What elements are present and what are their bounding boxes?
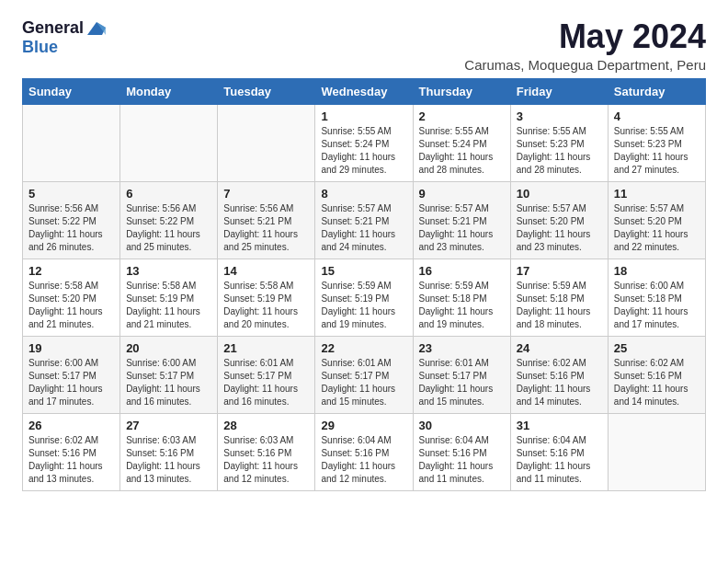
day-number: 11	[614, 187, 700, 201]
day-info: Sunrise: 5:58 AMSunset: 5:20 PMDaylight:…	[28, 280, 114, 331]
day-number: 7	[223, 187, 309, 201]
calendar-cell: 31Sunrise: 6:04 AMSunset: 5:16 PMDayligh…	[510, 413, 608, 490]
weekday-header-thursday: Thursday	[413, 78, 510, 104]
calendar-cell: 3Sunrise: 5:55 AMSunset: 5:23 PMDaylight…	[510, 104, 608, 181]
day-info: Sunrise: 6:01 AMSunset: 5:17 PMDaylight:…	[223, 357, 309, 408]
calendar-cell: 29Sunrise: 6:04 AMSunset: 5:16 PMDayligh…	[315, 413, 413, 490]
day-info: Sunrise: 5:55 AMSunset: 5:24 PMDaylight:…	[419, 125, 505, 177]
calendar-cell: 20Sunrise: 6:00 AMSunset: 5:17 PMDayligh…	[120, 336, 218, 413]
day-number: 12	[28, 264, 114, 278]
day-info: Sunrise: 6:03 AMSunset: 5:16 PMDaylight:…	[223, 434, 309, 486]
calendar-cell: 22Sunrise: 6:01 AMSunset: 5:17 PMDayligh…	[315, 336, 413, 413]
calendar-cell: 7Sunrise: 5:56 AMSunset: 5:21 PMDaylight…	[218, 181, 315, 259]
day-info: Sunrise: 5:59 AMSunset: 5:18 PMDaylight:…	[517, 280, 602, 331]
day-number: 23	[419, 341, 505, 355]
day-number: 21	[223, 341, 309, 355]
calendar-cell: 1Sunrise: 5:55 AMSunset: 5:24 PMDaylight…	[315, 104, 413, 181]
calendar-cell	[23, 104, 120, 181]
week-row-3: 19Sunrise: 6:00 AMSunset: 5:17 PMDayligh…	[23, 336, 706, 413]
title-block: May 2024 Carumas, Moquegua Department, P…	[464, 18, 706, 73]
week-row-0: 1Sunrise: 5:55 AMSunset: 5:24 PMDaylight…	[23, 104, 706, 181]
day-info: Sunrise: 5:55 AMSunset: 5:23 PMDaylight:…	[517, 125, 602, 177]
weekday-header-saturday: Saturday	[608, 78, 705, 104]
weekday-header-friday: Friday	[510, 78, 608, 104]
day-info: Sunrise: 5:56 AMSunset: 5:22 PMDaylight:…	[126, 202, 211, 254]
day-info: Sunrise: 6:00 AMSunset: 5:17 PMDaylight:…	[126, 357, 211, 408]
calendar-cell: 14Sunrise: 5:58 AMSunset: 5:19 PMDayligh…	[218, 259, 315, 336]
calendar-cell: 23Sunrise: 6:01 AMSunset: 5:17 PMDayligh…	[413, 336, 510, 413]
day-number: 17	[517, 264, 602, 278]
day-info: Sunrise: 6:02 AMSunset: 5:16 PMDaylight:…	[517, 357, 602, 408]
weekday-header-monday: Monday	[120, 78, 218, 104]
day-info: Sunrise: 5:59 AMSunset: 5:18 PMDaylight:…	[419, 280, 505, 331]
month-title: May 2024	[464, 18, 706, 55]
day-number: 9	[419, 187, 505, 201]
day-number: 1	[321, 109, 406, 123]
calendar-cell: 25Sunrise: 6:02 AMSunset: 5:16 PMDayligh…	[608, 336, 705, 413]
day-number: 10	[517, 187, 602, 201]
day-info: Sunrise: 5:55 AMSunset: 5:24 PMDaylight:…	[321, 125, 406, 177]
calendar-table: SundayMondayTuesdayWednesdayThursdayFrid…	[22, 78, 706, 491]
weekday-header-row: SundayMondayTuesdayWednesdayThursdayFrid…	[23, 78, 706, 104]
calendar-cell: 13Sunrise: 5:58 AMSunset: 5:19 PMDayligh…	[120, 259, 218, 336]
day-number: 24	[517, 341, 602, 355]
day-info: Sunrise: 5:57 AMSunset: 5:20 PMDaylight:…	[517, 202, 602, 254]
calendar-cell: 28Sunrise: 6:03 AMSunset: 5:16 PMDayligh…	[218, 413, 315, 490]
day-info: Sunrise: 5:56 AMSunset: 5:21 PMDaylight:…	[223, 202, 309, 254]
calendar-cell: 6Sunrise: 5:56 AMSunset: 5:22 PMDaylight…	[120, 181, 218, 259]
logo: General Blue	[22, 18, 106, 57]
day-number: 26	[28, 419, 114, 432]
calendar-cell	[608, 413, 705, 490]
day-number: 19	[28, 341, 114, 355]
location: Carumas, Moquegua Department, Peru	[464, 57, 706, 73]
weekday-header-tuesday: Tuesday	[218, 78, 315, 104]
calendar-cell: 9Sunrise: 5:57 AMSunset: 5:21 PMDaylight…	[413, 181, 510, 259]
calendar-cell: 10Sunrise: 5:57 AMSunset: 5:20 PMDayligh…	[510, 181, 608, 259]
day-number: 3	[517, 109, 602, 123]
day-info: Sunrise: 5:57 AMSunset: 5:20 PMDaylight:…	[614, 202, 700, 254]
day-number: 8	[321, 187, 406, 201]
calendar-cell	[120, 104, 218, 181]
day-info: Sunrise: 6:01 AMSunset: 5:17 PMDaylight:…	[419, 357, 505, 408]
day-info: Sunrise: 5:57 AMSunset: 5:21 PMDaylight:…	[321, 202, 406, 254]
calendar-cell: 19Sunrise: 6:00 AMSunset: 5:17 PMDayligh…	[23, 336, 120, 413]
day-info: Sunrise: 6:00 AMSunset: 5:18 PMDaylight:…	[614, 280, 700, 331]
day-info: Sunrise: 6:04 AMSunset: 5:16 PMDaylight:…	[321, 434, 406, 486]
day-number: 14	[223, 264, 309, 278]
week-row-1: 5Sunrise: 5:56 AMSunset: 5:22 PMDaylight…	[23, 181, 706, 259]
calendar-cell: 8Sunrise: 5:57 AMSunset: 5:21 PMDaylight…	[315, 181, 413, 259]
day-info: Sunrise: 6:01 AMSunset: 5:17 PMDaylight:…	[321, 357, 406, 408]
calendar-cell	[218, 104, 315, 181]
logo-blue-text: Blue	[22, 38, 58, 57]
day-info: Sunrise: 6:00 AMSunset: 5:17 PMDaylight:…	[28, 357, 114, 408]
day-info: Sunrise: 6:04 AMSunset: 5:16 PMDaylight:…	[517, 434, 602, 486]
page: General Blue May 2024 Carumas, Moquegua …	[0, 0, 728, 506]
calendar-cell: 5Sunrise: 5:56 AMSunset: 5:22 PMDaylight…	[23, 181, 120, 259]
day-number: 5	[28, 187, 114, 201]
day-number: 15	[321, 264, 406, 278]
day-number: 27	[126, 419, 211, 432]
logo-general-text: General	[22, 18, 84, 38]
calendar-cell: 15Sunrise: 5:59 AMSunset: 5:19 PMDayligh…	[315, 259, 413, 336]
day-info: Sunrise: 5:56 AMSunset: 5:22 PMDaylight:…	[28, 202, 114, 254]
calendar-cell: 2Sunrise: 5:55 AMSunset: 5:24 PMDaylight…	[413, 104, 510, 181]
day-number: 22	[321, 341, 406, 355]
day-number: 29	[321, 419, 406, 432]
day-number: 18	[614, 264, 700, 278]
day-info: Sunrise: 5:58 AMSunset: 5:19 PMDaylight:…	[223, 280, 309, 331]
logo-icon	[85, 20, 106, 37]
day-info: Sunrise: 6:04 AMSunset: 5:16 PMDaylight:…	[419, 434, 505, 486]
calendar-cell: 17Sunrise: 5:59 AMSunset: 5:18 PMDayligh…	[510, 259, 608, 336]
calendar-cell: 4Sunrise: 5:55 AMSunset: 5:23 PMDaylight…	[608, 104, 705, 181]
day-number: 4	[614, 109, 700, 123]
day-info: Sunrise: 6:02 AMSunset: 5:16 PMDaylight:…	[28, 434, 114, 486]
day-info: Sunrise: 5:58 AMSunset: 5:19 PMDaylight:…	[126, 280, 211, 331]
day-info: Sunrise: 5:59 AMSunset: 5:19 PMDaylight:…	[321, 280, 406, 331]
day-number: 20	[126, 341, 211, 355]
day-info: Sunrise: 5:55 AMSunset: 5:23 PMDaylight:…	[614, 125, 700, 177]
day-number: 25	[614, 341, 700, 355]
header: General Blue May 2024 Carumas, Moquegua …	[22, 18, 706, 73]
calendar-cell: 26Sunrise: 6:02 AMSunset: 5:16 PMDayligh…	[23, 413, 120, 490]
day-number: 31	[517, 419, 602, 432]
day-number: 6	[126, 187, 211, 201]
